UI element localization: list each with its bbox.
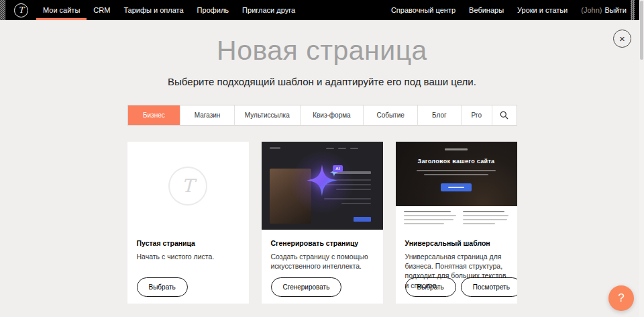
tab-quiz-form[interactable]: Квиз-форма	[301, 105, 364, 125]
preview-decor	[463, 223, 495, 224]
scrollbar-thumb[interactable]	[640, 1, 643, 60]
preview-decor	[404, 211, 451, 212]
preview-decor	[463, 215, 508, 216]
tab-business[interactable]: Бизнес	[128, 105, 181, 125]
top-nav: T Мои сайты CRM Тарифы и оплата Профиль …	[0, 0, 644, 20]
preview-decor	[463, 211, 504, 212]
window-edge-pattern-left	[0, 0, 5, 20]
search-icon	[500, 111, 508, 120]
nav-help-center[interactable]: Справочный центр	[384, 0, 462, 20]
universal-preview-hero: Заголовок вашего сайта	[396, 142, 517, 206]
preview-decor	[463, 219, 507, 220]
nav-webinars[interactable]: Вебинары	[462, 0, 511, 20]
card-universal-template[interactable]: Заголовок вашего сайта	[396, 142, 517, 304]
preview-decor	[445, 148, 468, 150]
generate-title: Сгенерировать страницу	[271, 239, 374, 247]
card-blank-page[interactable]: T Пустая страница Начать с чистого листа…	[127, 142, 249, 304]
generate-preview: AI	[262, 142, 383, 230]
scrollbar[interactable]	[639, 0, 644, 317]
tilda-mark-icon: T	[168, 167, 207, 206]
universal-title: Универсальный шаблон	[405, 239, 508, 247]
generate-body: Сгенерировать страницу Создать страницу …	[262, 230, 383, 271]
universal-actions: Выбрать Посмотреть	[405, 277, 517, 297]
nav-right: Справочный центр Вебинары Уроки и статьи…	[384, 0, 631, 20]
user-area: (John) Выйти	[574, 0, 631, 20]
tilda-logo[interactable]: T	[14, 3, 28, 17]
preview-decor	[404, 219, 453, 220]
nav-crm[interactable]: CRM	[87, 0, 117, 20]
tab-multilink[interactable]: Мультиссылка	[235, 105, 301, 125]
template-cards: T Пустая страница Начать с чистого листа…	[127, 142, 517, 304]
nav-profile[interactable]: Профиль	[191, 0, 236, 20]
universal-select-button[interactable]: Выбрать	[405, 277, 456, 297]
universal-view-button[interactable]: Посмотреть	[461, 277, 517, 297]
generate-description: Создать страницу с помощью искусственног…	[271, 252, 374, 271]
user-name: (John)	[581, 6, 602, 14]
new-page-modal: × Новая страница Выберите подходящий шаб…	[0, 20, 644, 317]
blank-page-actions: Выбрать	[137, 277, 188, 297]
blank-page-body: Пустая страница Начать с чистого листа.	[127, 230, 249, 261]
blank-page-preview: T	[127, 142, 249, 230]
blank-page-title: Пустая страница	[137, 239, 239, 247]
universal-preview-text-section	[396, 206, 517, 230]
tab-blog[interactable]: Блог	[418, 105, 462, 125]
universal-preview: Заголовок вашего сайта	[396, 142, 517, 230]
tab-search[interactable]	[492, 105, 517, 125]
preview-cta-button	[441, 183, 472, 191]
generate-button[interactable]: Сгенерировать	[271, 277, 342, 297]
nav-invite-friend[interactable]: Пригласи друга	[235, 0, 302, 20]
nav-plans-payment[interactable]: Тарифы и оплата	[117, 0, 190, 20]
preview-decor	[404, 223, 444, 224]
preview-decor	[424, 174, 488, 175]
generate-actions: Сгенерировать	[271, 277, 342, 297]
screen: T Мои сайты CRM Тарифы и оплата Профиль …	[0, 0, 644, 317]
preview-decor	[404, 215, 456, 216]
tab-event[interactable]: Событие	[364, 105, 418, 125]
page-subtitle: Выберите подходящий шаблон и адаптируйте…	[0, 76, 644, 87]
tilda-logo-letter: T	[18, 6, 23, 14]
page-title: Новая страница	[0, 20, 644, 66]
nav-left: Мои сайты CRM Тарифы и оплата Профиль Пр…	[36, 0, 302, 20]
nav-my-sites[interactable]: Мои сайты	[36, 0, 87, 20]
preview-decor	[417, 170, 496, 171]
help-button[interactable]: ?	[608, 285, 634, 311]
card-generate-page[interactable]: AI Сгенерировать страницу Создать страни…	[262, 142, 383, 304]
close-button[interactable]: ×	[613, 30, 631, 48]
blank-select-button[interactable]: Выбрать	[137, 277, 188, 297]
tab-pro[interactable]: Pro	[462, 105, 492, 125]
ai-badge: AI	[333, 165, 343, 172]
tab-shop[interactable]: Магазин	[180, 105, 235, 125]
nav-logout[interactable]: Выйти	[604, 6, 627, 14]
tilda-mark-letter: T	[182, 175, 194, 196]
universal-preview-heading: Заголовок вашего сайта	[396, 158, 517, 165]
blank-page-description: Начать с чистого листа.	[137, 252, 239, 261]
window-edge-pattern-right	[631, 0, 635, 20]
nav-lessons-articles[interactable]: Уроки и статьи	[511, 0, 574, 20]
template-tabs: Бизнес Магазин Мультиссылка Квиз-форма С…	[127, 105, 517, 126]
